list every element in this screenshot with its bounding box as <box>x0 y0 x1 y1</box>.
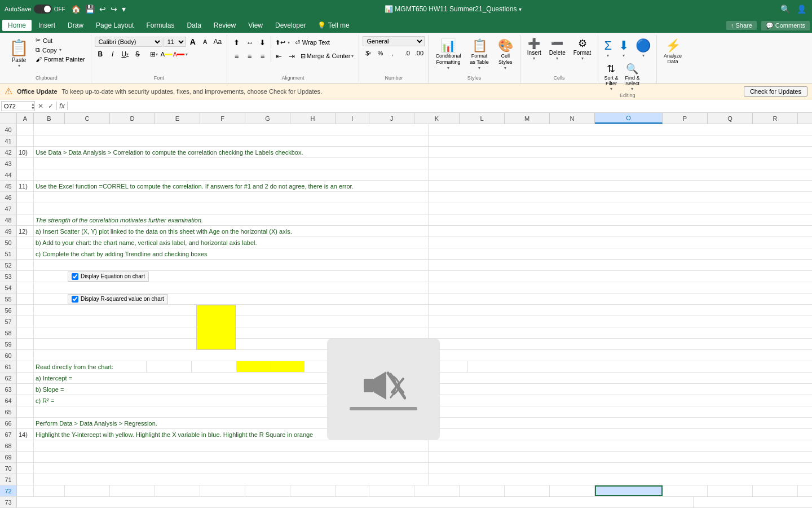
cell-B61[interactable]: Read directly from the chart: <box>34 361 147 372</box>
conditional-formatting-button[interactable]: 📊 ConditionalFormatting ▾ <box>432 36 464 73</box>
cell-M72[interactable] <box>505 485 550 496</box>
cell-F72[interactable] <box>200 485 245 496</box>
col-header-L[interactable]: L <box>460 113 505 124</box>
col-header-N[interactable]: N <box>550 113 595 124</box>
find-dropdown[interactable]: ▾ <box>631 86 633 91</box>
font-grow-button[interactable]: A <box>187 36 198 47</box>
find-select-button[interactable]: 🔍 Find &Select ▾ <box>623 62 642 93</box>
row-num-53[interactable]: 53 <box>0 271 17 282</box>
col-header-J[interactable]: J <box>369 113 414 124</box>
insert-dropdown[interactable]: ▾ <box>533 56 535 61</box>
menu-home[interactable]: Home <box>2 20 32 31</box>
text-direction-button[interactable]: ⬆↩ ▾ <box>273 36 292 49</box>
fill-color-button[interactable]: A <box>161 49 172 60</box>
cell-P72[interactable] <box>663 485 708 496</box>
cell-styles-button[interactable]: 🎨 CellStyles ▾ <box>495 36 517 73</box>
spin-up[interactable]: ▲ <box>30 102 36 106</box>
col-header-H[interactable]: H <box>290 113 336 124</box>
row-num-65[interactable]: 65 <box>0 406 17 417</box>
autosum-dropdown[interactable]: ▾ <box>607 53 609 58</box>
delete-dropdown[interactable]: ▾ <box>556 56 558 61</box>
row-num-48[interactable]: 48 <box>0 214 17 225</box>
row-num-45[interactable]: 45 <box>0 181 17 191</box>
share-button[interactable]: ↑ Share <box>726 21 757 30</box>
customize-icon[interactable]: ▾ <box>121 3 127 15</box>
cell-B69[interactable] <box>34 452 429 462</box>
row-num-73[interactable]: 73 <box>0 497 17 507</box>
col-header-C[interactable]: C <box>65 113 110 124</box>
cell-A47[interactable] <box>17 203 34 214</box>
percent-button[interactable]: % <box>374 48 386 58</box>
cond-format-dropdown[interactable]: ▾ <box>447 65 449 71</box>
delete-cells-button[interactable]: ➖ Delete ▾ <box>546 36 569 62</box>
number-format-select[interactable]: General Number Currency Accounting Short… <box>363 36 425 46</box>
col-header-D[interactable]: D <box>110 113 155 124</box>
row-num-52[interactable]: 52 <box>0 260 17 270</box>
insert-cells-button[interactable]: ➕ Insert ▾ <box>524 36 545 62</box>
cell-J72[interactable] <box>369 485 414 496</box>
cell-A49[interactable]: 12) <box>17 226 34 237</box>
menu-draw[interactable]: Draw <box>62 20 89 31</box>
cell-A48[interactable] <box>17 214 34 225</box>
cell-B54[interactable] <box>34 282 429 293</box>
save-icon[interactable]: 💾 <box>84 3 96 15</box>
row-num-68[interactable]: 68 <box>0 440 17 451</box>
cell-O72[interactable] <box>595 485 663 496</box>
row-num-57[interactable]: 57 <box>0 316 17 327</box>
decrease-indent-button[interactable]: ⇤ <box>273 50 285 62</box>
cell-F61[interactable] <box>271 361 304 372</box>
cell-B49[interactable]: a) Insert Scatter (X, Y) plot linked to … <box>34 226 429 237</box>
col-header-F[interactable]: F <box>200 113 245 124</box>
format-painter-button[interactable]: 🖌 Format Painter <box>33 55 87 63</box>
cell-S72[interactable] <box>798 485 812 496</box>
font-case-button[interactable]: Aa <box>212 36 223 47</box>
cell-A67[interactable]: 14) <box>17 429 34 440</box>
grid-container[interactable]: 40 41 42 10) Use Data > Data Analysis > … <box>0 124 812 508</box>
clear-dropdown[interactable]: ▾ <box>642 53 645 58</box>
user-account-icon[interactable]: 👤 <box>796 3 807 15</box>
cell-B47[interactable] <box>34 203 429 214</box>
cell-E72[interactable] <box>155 485 200 496</box>
title-dropdown[interactable]: ▾ <box>519 6 522 12</box>
font-size-select[interactable]: 11 <box>164 37 186 47</box>
cell-I72[interactable] <box>336 485 369 496</box>
cell-A40[interactable] <box>17 124 34 135</box>
strikethrough-button[interactable]: S̶ <box>132 49 143 60</box>
cell-B71[interactable] <box>34 474 429 485</box>
row-num-70[interactable]: 70 <box>0 463 17 474</box>
row-num-44[interactable]: 44 <box>0 169 17 180</box>
cell-Q72[interactable] <box>708 485 753 496</box>
col-header-E[interactable]: E <box>155 113 200 124</box>
col-header-S[interactable]: S <box>798 113 812 124</box>
col-header-A[interactable]: A <box>17 113 34 124</box>
cell-A51[interactable] <box>17 248 34 259</box>
row-num-51[interactable]: 51 <box>0 248 17 259</box>
col-header-Q[interactable]: Q <box>708 113 753 124</box>
paste-button[interactable]: 📋 Paste ▾ <box>6 36 32 71</box>
underline-button[interactable]: U ▾ <box>120 49 131 60</box>
row-num-43[interactable]: 43 <box>0 158 17 169</box>
cell-A64[interactable] <box>17 395 34 406</box>
cell-A72[interactable] <box>17 485 34 496</box>
clear-button[interactable]: 🔵 ▾ <box>633 36 653 60</box>
cell-A59[interactable] <box>17 339 34 349</box>
cell-B70[interactable] <box>34 463 429 474</box>
row-num-46[interactable]: 46 <box>0 192 17 203</box>
row-num-60[interactable]: 60 <box>0 350 17 361</box>
cell-B41[interactable] <box>34 135 429 146</box>
copy-button[interactable]: ⧉ Copy ▾ <box>33 46 87 54</box>
cell-73[interactable] <box>17 497 694 507</box>
sort-filter-button[interactable]: ⇅ Sort &Filter ▾ <box>602 62 620 93</box>
cell-A58[interactable] <box>17 327 34 338</box>
cell-A52[interactable] <box>17 260 34 270</box>
cell-A69[interactable] <box>17 452 34 462</box>
col-header-O[interactable]: O <box>595 113 663 124</box>
cell-A45[interactable]: 11) <box>17 181 34 191</box>
increase-decimal-button[interactable]: .0 <box>401 48 413 58</box>
cut-button[interactable]: ✂ Cut <box>33 36 87 45</box>
bold-button[interactable]: B <box>95 49 106 60</box>
cell-R72[interactable] <box>753 485 798 496</box>
cell-A46[interactable] <box>17 192 34 203</box>
cell-C72[interactable] <box>65 485 110 496</box>
align-left-button[interactable]: ≡ <box>231 50 243 62</box>
